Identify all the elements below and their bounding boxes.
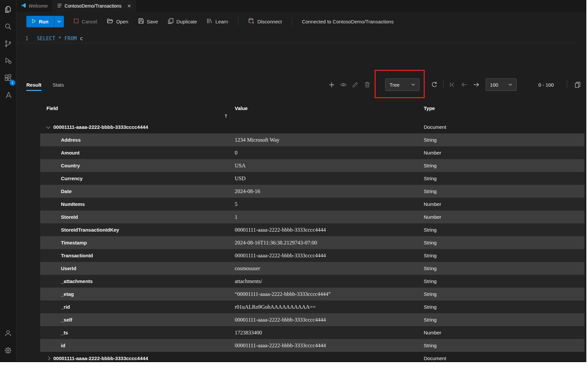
first-page-button[interactable] xyxy=(448,80,457,89)
table-row-property[interactable]: UserId cosmosuser String xyxy=(40,262,584,275)
table-row-property[interactable]: _rid r01uALRo9GohAAAAAAAAAA== String xyxy=(40,300,584,313)
results-toolbar-divider xyxy=(567,81,567,89)
extensions-badge: 1 xyxy=(10,80,15,86)
table-row-document[interactable]: 00001111-aaaa-2222-bbbb-3333cccc4444 Doc… xyxy=(40,121,584,133)
next-page-button[interactable] xyxy=(472,80,480,89)
table-row-document[interactable]: 00001111-aaaa-2222-bbbb-3333cccc4444 Doc… xyxy=(40,352,584,362)
activity-bar: 1 xyxy=(0,0,16,361)
table-row-property[interactable]: id 00001111-aaaa-2222-bbbb-3333cccc4444 … xyxy=(40,339,584,352)
vscode-window: 1 Welcome xyxy=(0,0,586,362)
page-size-dropdown[interactable]: 100 xyxy=(486,78,517,91)
table-row-property[interactable]: _self 00001111-aaaa-2222-bbbb-3333cccc44… xyxy=(40,313,584,326)
sidebar-item-settings[interactable] xyxy=(0,342,16,359)
sidebar-item-explorer[interactable] xyxy=(0,1,16,18)
table-row-property[interactable]: _attachments attachments/ String xyxy=(40,275,584,288)
first-page-icon xyxy=(449,82,455,87)
tab-result[interactable]: Result xyxy=(26,82,41,88)
chevron-down-icon xyxy=(508,83,512,86)
sidebar-item-run-and-debug[interactable] xyxy=(0,53,16,70)
query-toolbar: Run Cancel Open xyxy=(16,12,586,31)
sidebar-item-azure[interactable] xyxy=(0,87,16,104)
result-range-label: 0 - 100 xyxy=(538,82,554,88)
cell-type: Number xyxy=(424,150,584,156)
arrow-left-icon xyxy=(461,82,468,87)
cell-value: 1723833400 xyxy=(235,329,424,336)
cell-type: Number xyxy=(424,201,584,207)
run-button[interactable]: Run xyxy=(26,16,54,27)
cell-value: r01uALRo9GohAAAAAAAAAA== xyxy=(235,304,424,310)
cell-field: Date xyxy=(40,188,235,194)
add-item-button[interactable] xyxy=(327,80,336,89)
cell-type: Document xyxy=(424,124,584,130)
code-line[interactable]: 1 SELECT * FROM c xyxy=(16,34,575,43)
sort-ascending-icon[interactable]: ↑ xyxy=(224,113,228,119)
chevron-down-icon xyxy=(411,83,415,86)
table-row-property[interactable]: _etag “00001111-aaaa-2222-bbbb-3333cccc4… xyxy=(40,288,584,300)
close-icon[interactable]: × xyxy=(127,3,131,9)
cell-type: String xyxy=(424,137,584,143)
table-row-property[interactable]: Date 2024-08-16 String xyxy=(40,185,584,198)
query-document-icon xyxy=(57,3,62,9)
cell-type: String xyxy=(424,266,584,271)
plus-icon xyxy=(329,82,335,88)
cell-field: Address xyxy=(40,137,235,143)
learn-button[interactable]: Learn xyxy=(207,18,228,25)
tab-stats[interactable]: Stats xyxy=(53,82,64,88)
query-editor[interactable]: 1 SELECT * FROM c xyxy=(16,31,586,70)
cell-value: 2024-08-16T11:36:38.2129743-07:00 xyxy=(235,240,424,246)
cell-value: cosmosuser xyxy=(235,265,424,272)
cancel-button[interactable]: Cancel xyxy=(74,18,97,24)
view-item-button[interactable] xyxy=(339,80,348,89)
duplicate-button[interactable]: Duplicate xyxy=(168,18,197,25)
sidebar-item-accounts[interactable] xyxy=(0,325,16,342)
cell-field: _ts xyxy=(40,330,235,335)
table-row-property[interactable]: NumItems 5 Number xyxy=(40,198,584,211)
edit-item-button[interactable] xyxy=(351,80,360,89)
cell-type: String xyxy=(424,188,584,194)
column-header-type[interactable]: Type xyxy=(424,105,584,121)
column-header-field[interactable]: Field xyxy=(40,105,235,121)
view-mode-dropdown[interactable]: Tree xyxy=(385,78,419,91)
tab-welcome[interactable]: Welcome xyxy=(16,0,53,12)
cell-type: String xyxy=(424,253,584,258)
cell-field: Currency xyxy=(40,176,235,181)
table-row-property[interactable]: Timestamp 2024-08-16T11:36:38.2129743-07… xyxy=(40,236,584,249)
refresh-button[interactable] xyxy=(430,80,439,89)
document-id: 00001111-aaaa-2222-bbbb-3333cccc4444 xyxy=(53,355,148,361)
tab-contosodemo-transactions[interactable]: ContosoDemo/Transactions × xyxy=(53,0,136,12)
table-row-property[interactable]: StoreIdTransactionIdKey 00001111-aaaa-22… xyxy=(40,223,584,236)
previous-page-button[interactable] xyxy=(460,80,468,89)
open-button[interactable]: Open xyxy=(107,18,128,25)
results-toolbar: Result Stats Tree xyxy=(16,70,586,99)
row-expander-icon[interactable] xyxy=(46,356,50,360)
cell-type: String xyxy=(424,163,584,168)
sidebar-item-extensions[interactable]: 1 xyxy=(0,70,16,87)
table-row-property[interactable]: StoreId 1 Number xyxy=(40,211,584,223)
table-row-property[interactable]: Amount 0 Number xyxy=(40,146,584,159)
table-row-property[interactable]: TransactionId 00001111-aaaa-2222-bbbb-33… xyxy=(40,249,584,262)
sidebar-item-search[interactable] xyxy=(0,18,16,36)
table-row-property[interactable]: Address 1234 Microsoft Way String xyxy=(40,133,584,146)
source-control-icon xyxy=(4,40,12,49)
arrow-right-icon xyxy=(473,82,479,87)
document-id: 00001111-aaaa-2222-bbbb-3333cccc4444 xyxy=(53,124,148,130)
view-mode-value: Tree xyxy=(389,82,399,88)
run-dropdown-button[interactable] xyxy=(54,16,64,27)
cell-value: 0 xyxy=(235,150,424,156)
row-expander-icon[interactable] xyxy=(46,125,50,129)
table-row-property[interactable]: Currency USD String xyxy=(40,172,584,185)
column-header-value[interactable]: Value xyxy=(235,105,424,121)
sidebar-item-source-control[interactable] xyxy=(0,36,16,53)
copy-results-button[interactable] xyxy=(573,80,582,89)
cell-field: NumItems xyxy=(40,201,235,207)
cell-field-container: 00001111-aaaa-2222-bbbb-3333cccc4444 xyxy=(40,355,235,361)
table-row-property[interactable]: _ts 1723833400 Number xyxy=(40,326,584,339)
cell-field: _rid xyxy=(40,304,235,310)
save-button[interactable]: Save xyxy=(138,18,158,25)
play-icon xyxy=(32,19,36,24)
cell-field: _attachments xyxy=(40,278,235,284)
delete-item-button[interactable] xyxy=(363,80,371,89)
disconnect-button[interactable]: Disconnect xyxy=(248,18,282,25)
table-row-property[interactable]: Country USA String xyxy=(40,159,584,172)
results-table: Field Value Type ↑ 00001111-aaaa-2222-bb… xyxy=(40,99,584,361)
